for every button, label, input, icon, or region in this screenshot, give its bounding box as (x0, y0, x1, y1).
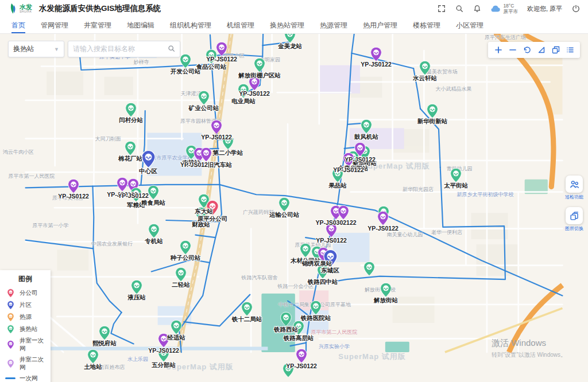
marker-label: YP-JS0122 (118, 192, 149, 199)
marker-label: 水云轩站 (413, 75, 437, 83)
weather-city: 原平市 (503, 9, 518, 14)
legend-item-分公司: 分公司 (0, 287, 51, 299)
map-canvas[interactable]: 换热站 ▼ 请输入搜索目标名称 巡检功能图层切换 图例 分公司片区热源换热站井室… (0, 34, 588, 382)
marker-label: 果品站 (328, 182, 347, 190)
marker-label: 棉花厂站 (118, 155, 142, 163)
layers-tool-button[interactable]: 图层切换 (564, 207, 585, 232)
welcome-text: 欢迎您, 原平 (527, 5, 562, 13)
watermark-line2: 转到“设置”以激活 Windows。 (492, 351, 566, 359)
reset-button[interactable] (520, 43, 534, 57)
legend-swatch (5, 359, 16, 368)
basemap-button[interactable] (548, 43, 563, 57)
marker-label: 种子公司站 (171, 254, 201, 262)
map-legend: 图例 分公司片区热源换热站井室一次网井室二次网一次网二次网大楼 (0, 270, 51, 382)
marker-label: YP-JS0122 (333, 166, 364, 173)
basemap-label: 原平市第二人民医院 (311, 329, 358, 336)
basemap-label: 鸿云牛肉小区 (3, 149, 34, 156)
marker-label: YP-JS0122 (239, 90, 270, 97)
basemap-label: 铁路汽车队宿舍 (242, 274, 278, 282)
zoom-out-button[interactable] (505, 43, 520, 57)
marker-label: 经适站 (167, 334, 185, 342)
legend-swatch (5, 289, 16, 298)
marker-label: YP-JS0302122 (315, 219, 356, 226)
windows-activation-watermark: 激活 Windows 转到“设置”以激活 Windows。 (492, 338, 566, 359)
main-nav: 首页管网管理井室管理地图编辑组织机构管理机组管理换热站管理热源管理热用户管理楼栋… (0, 17, 588, 34)
tab-热源管理[interactable]: 热源管理 (320, 17, 347, 33)
marker-label: 铁路医院站 (301, 314, 331, 322)
marker-label: 铁路西站 (274, 326, 298, 334)
basemap-label: 老华一便利店 (431, 229, 462, 236)
search-input[interactable]: 请输入搜索目标名称 (68, 41, 180, 57)
logout-icon[interactable] (571, 5, 580, 13)
basemap-label: 兴原实验小学 (319, 343, 350, 350)
search-placeholder: 请输入搜索目标名称 (73, 44, 135, 54)
marker-label: 解放街棚户区站 (238, 72, 281, 80)
marker-label: 食品公司站 (196, 63, 227, 71)
basemap-label: 老百姓布店 (99, 364, 125, 371)
legend-item-一次网: 一次网 (0, 373, 51, 382)
marker-label: YP-JS0122 (286, 362, 317, 369)
legend-swatch (5, 325, 16, 334)
search-category-value: 换热站 (13, 44, 34, 54)
tab-井室管理[interactable]: 井室管理 (84, 17, 111, 33)
marker-label: 二轻站 (172, 281, 190, 289)
tab-小区管理[interactable]: 小区管理 (456, 17, 483, 33)
marker-label: 铁路高层站 (284, 334, 314, 342)
basemap-label: 妙样寺 (134, 59, 149, 66)
tab-地图编辑[interactable]: 地图编辑 (127, 17, 154, 33)
marker-label: 中心区 (139, 167, 157, 176)
map-toolbar (488, 42, 580, 58)
marker-label: 矿业公司站 (189, 104, 219, 112)
layers-icon (566, 207, 583, 224)
basemap-label: 原平市第一小学 (33, 222, 69, 229)
marker-label: YP-JS0122 (316, 237, 347, 244)
marker-label: 五分部站 (152, 361, 176, 369)
marker-label: 液压站 (127, 294, 146, 302)
marker-label: 鼓风机站 (354, 133, 378, 141)
tab-热用户管理[interactable]: 热用户管理 (363, 17, 397, 33)
app-header: 水发 SHUIFA 水发能源盾安供热GIS地理信息系统 18°C 原平市 欢迎您… (0, 0, 588, 17)
inspection-icon (566, 176, 583, 193)
tab-管网管理[interactable]: 管网管理 (41, 17, 68, 33)
legend-swatch (5, 301, 16, 310)
marker-label: YP-JS0122 (345, 156, 376, 163)
basemap-label: 新原乡太平街初级中学校 (457, 191, 514, 198)
measure-button[interactable] (534, 43, 548, 57)
marker-label: YP-JS012旧汽车站 (180, 161, 232, 169)
tab-组织机构管理[interactable]: 组织机构管理 (170, 17, 211, 33)
basemap-label: 新华阳光园店 (403, 186, 434, 193)
search-submit-icon[interactable] (168, 45, 175, 54)
tab-首页[interactable]: 首页 (11, 17, 25, 33)
chevron-down-icon: ▼ (54, 46, 59, 52)
search-category-select[interactable]: 换热站 ▼ (8, 41, 64, 57)
marker-label: YP-JS0122 (361, 61, 392, 68)
legend-list-button[interactable] (563, 43, 577, 57)
basemap-label: 中国农业发展银行 (91, 240, 133, 248)
tab-机组管理[interactable]: 机组管理 (227, 17, 254, 33)
weather-widget[interactable]: 18°C 原平市 (490, 3, 518, 14)
zoom-in-button[interactable] (491, 43, 505, 57)
marker-label: 土地站 (84, 363, 102, 371)
marker-label: YP-JS0122 (368, 225, 399, 232)
marker-label: 闫村分站 (119, 116, 143, 124)
tab-换热站管理[interactable]: 换热站管理 (270, 17, 304, 33)
fullscreen-icon[interactable] (437, 5, 446, 13)
marker-label: 铁十二局站 (232, 315, 262, 323)
legend-item-热源: 热源 (0, 311, 51, 323)
marker-label: YP-JS0122 (206, 56, 237, 63)
logo-subtext: SHUIFA (20, 10, 32, 13)
marker-label: YP-JS0122 (201, 134, 232, 141)
inspection-tool-button[interactable]: 巡检功能 (564, 176, 585, 200)
marker-station[interactable] (363, 261, 376, 279)
tab-楼栋管理[interactable]: 楼栋管理 (413, 17, 440, 33)
search-icon[interactable] (455, 5, 463, 13)
legend-item-片区: 片区 (0, 299, 51, 311)
marker-label: 原平分公司 (198, 215, 228, 223)
marker-label: 东城区 (321, 267, 339, 275)
basemap-label: 大同刀削面 (95, 135, 121, 143)
cloud-icon (490, 5, 501, 13)
marker-label: 第二小学站 (213, 149, 243, 157)
basemap-label: 水上乐园 (127, 356, 148, 363)
bell-icon[interactable] (473, 5, 481, 13)
page-title: 水发能源盾安供热GIS地理信息系统 (39, 3, 161, 14)
